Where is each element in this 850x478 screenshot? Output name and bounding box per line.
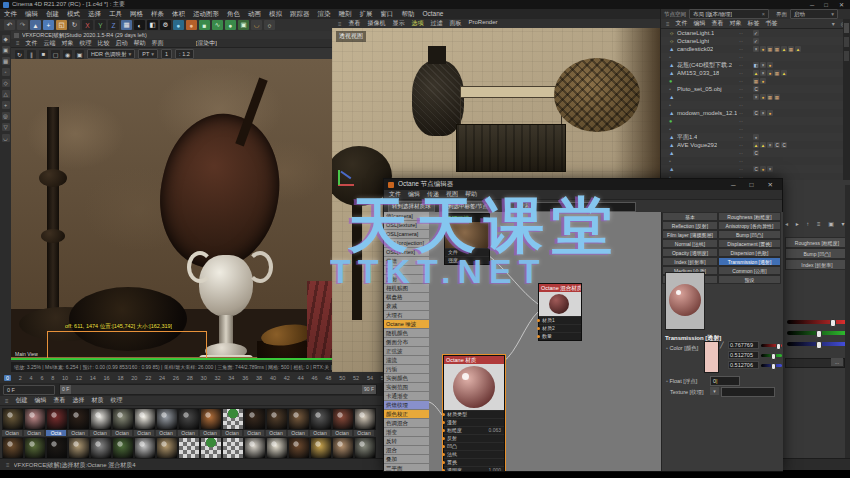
palette-node-item[interactable]: 反转 bbox=[384, 437, 429, 446]
material-thumbnail[interactable] bbox=[332, 408, 354, 430]
slider-handle[interactable] bbox=[816, 341, 822, 349]
input-socket[interactable] bbox=[537, 319, 540, 322]
material-thumbnail[interactable] bbox=[156, 408, 178, 430]
check-tag-icon[interactable]: ✓ bbox=[753, 30, 759, 36]
visibility-d dots[interactable]: ·· bbox=[739, 78, 743, 84]
stop-icon[interactable]: ■ bbox=[39, 50, 48, 59]
timeline-tick[interactable]: 54 bbox=[367, 375, 373, 381]
material-manager-menu-item[interactable]: 材质 bbox=[92, 396, 104, 405]
rgb-slider-long[interactable] bbox=[787, 320, 847, 324]
object-name[interactable]: OctaneLight bbox=[677, 38, 709, 44]
object-name[interactable]: candlestick02 bbox=[677, 46, 713, 52]
main-menu-item[interactable]: 体积 bbox=[168, 10, 189, 19]
timeline-tick[interactable]: 52 bbox=[353, 375, 359, 381]
sphere-icon[interactable]: ● bbox=[225, 20, 236, 30]
main-menu-item[interactable]: 创建 bbox=[42, 10, 63, 19]
visibility-d dots[interactable]: ·· bbox=[739, 142, 743, 148]
c-tag-icon[interactable]: C bbox=[774, 142, 780, 148]
material-label[interactable]: Octan bbox=[310, 430, 330, 436]
rgb-slider[interactable] bbox=[761, 364, 782, 367]
material-thumbnail[interactable] bbox=[90, 408, 112, 430]
material-thumbnail[interactable] bbox=[90, 437, 112, 459]
timeline-tick[interactable]: 38 bbox=[256, 375, 262, 381]
visibility-d dots[interactable]: ·· bbox=[739, 150, 743, 156]
material-item[interactable]: Octan bbox=[222, 408, 242, 436]
material-item[interactable]: Octan bbox=[24, 408, 44, 436]
x-tag-icon[interactable]: × bbox=[753, 46, 759, 52]
property-tab[interactable]: Anisotropy [各向异性] bbox=[718, 221, 781, 230]
hamburger-icon[interactable]: ≡ bbox=[666, 21, 670, 27]
close-button[interactable]: ✕ bbox=[763, 181, 778, 189]
property-tab[interactable]: Reflection [反射] bbox=[662, 221, 718, 230]
ratio-field[interactable]: : 1.2 bbox=[175, 49, 194, 59]
tex-tag-icon[interactable]: ▦ bbox=[774, 70, 780, 76]
c-tag-icon[interactable]: C bbox=[753, 166, 759, 172]
octane-material-node[interactable]: Octane 材质 材质类型漫射粗糙度0.063反射凹凸法线置换透明度1.000… bbox=[443, 355, 505, 471]
timeline-tick[interactable]: 46 bbox=[311, 375, 317, 381]
material-label[interactable]: Octan bbox=[244, 430, 264, 436]
main-menu-item[interactable]: 文件 bbox=[0, 10, 21, 19]
timeline-tick[interactable]: 42 bbox=[284, 375, 290, 381]
material-thumbnail[interactable] bbox=[354, 437, 376, 459]
node-param-row[interactable]: 材质2 bbox=[539, 324, 581, 332]
palette-node-item[interactable]: 色调混合 bbox=[384, 419, 429, 428]
main-menu-item[interactable]: 编辑 bbox=[21, 10, 42, 19]
hamburger-icon[interactable]: ≡ bbox=[338, 21, 342, 27]
coords-icon[interactable]: ▦ bbox=[121, 20, 132, 30]
x-tag-icon[interactable]: × bbox=[760, 70, 766, 76]
redo-icon[interactable]: ↷ bbox=[17, 20, 28, 30]
main-menu-item[interactable]: 帮助 bbox=[398, 10, 419, 19]
timeline-tick[interactable]: 16 bbox=[104, 375, 110, 381]
object-row[interactable]: ▲candlestick02··×●▦▦▲▦▲ bbox=[661, 45, 850, 53]
material-manager-menu-item[interactable]: 创建 bbox=[16, 396, 28, 405]
object-row[interactable]: ▲花瓶(C4D模型下载.2··◧×● bbox=[661, 61, 850, 69]
main-menu-item[interactable]: 工具 bbox=[105, 10, 126, 19]
object-row[interactable]: ●·· bbox=[661, 117, 850, 125]
material-manager-menu-item[interactable]: 选择 bbox=[73, 396, 85, 405]
material-thumbnail[interactable] bbox=[244, 437, 266, 459]
object-manager-menu-item[interactable]: 查看 bbox=[712, 19, 724, 28]
region-selection-rect[interactable] bbox=[47, 331, 207, 360]
palette-node-item[interactable]: 颜色校正 bbox=[384, 410, 429, 419]
palette-node-item[interactable]: 大理石 bbox=[384, 311, 429, 320]
color-swatch[interactable] bbox=[704, 341, 719, 373]
material-label[interactable]: Octan bbox=[2, 430, 22, 436]
material-item[interactable]: Octan bbox=[178, 408, 198, 436]
dock-tab-icon[interactable] bbox=[844, 23, 849, 33]
property-tab[interactable]: Film layer [薄膜图层] bbox=[662, 230, 718, 239]
render-settings-icon[interactable]: ⚙ bbox=[160, 20, 171, 30]
minimize-button[interactable]: ─ bbox=[726, 181, 741, 188]
texture-mode-icon[interactable]: ▣ bbox=[2, 46, 10, 54]
object-row[interactable]: ▲平面1.4··● bbox=[661, 133, 850, 141]
input-socket[interactable] bbox=[537, 327, 540, 330]
input-socket[interactable] bbox=[442, 453, 445, 456]
attr-browse-button[interactable]: ... bbox=[831, 358, 843, 366]
axis-z-icon[interactable]: Z bbox=[108, 20, 119, 30]
rgb-value[interactable]: 0.512705 bbox=[728, 351, 759, 359]
material-thumbnail[interactable] bbox=[288, 408, 310, 430]
x-tag-icon[interactable]: × bbox=[753, 94, 759, 100]
object-name[interactable]: AM153_033_18 bbox=[677, 70, 719, 76]
node-param-row[interactable]: 粗糙度0.063 bbox=[444, 426, 504, 434]
material-thumbnail[interactable] bbox=[68, 437, 90, 459]
rgb-slider[interactable] bbox=[761, 354, 782, 357]
slider-handle[interactable] bbox=[776, 343, 781, 350]
material-thumbnail[interactable] bbox=[222, 437, 244, 459]
material-thumbnail[interactable] bbox=[354, 408, 376, 430]
visibility-d dots[interactable]: ·· bbox=[739, 102, 743, 108]
phong-tag-icon[interactable]: ● bbox=[760, 166, 766, 172]
pause-icon[interactable]: ∥ bbox=[27, 50, 36, 59]
material-label[interactable]: Octan bbox=[90, 430, 110, 436]
material-item[interactable]: Octan bbox=[354, 408, 374, 436]
timeline-tick[interactable]: 14 bbox=[90, 375, 96, 381]
warn-tag-icon[interactable]: ▲ bbox=[760, 142, 766, 148]
palette-node-item[interactable]: 正弦波 bbox=[384, 347, 429, 356]
object-row[interactable]: ▲modown_models_12.1··C×● bbox=[661, 109, 850, 117]
channel-button[interactable]: Bump [凹凸] bbox=[785, 248, 849, 259]
camera-icon[interactable]: ▣ bbox=[238, 20, 249, 30]
property-tab[interactable]: Bump [凹凸] bbox=[718, 230, 781, 239]
warn-tag-icon[interactable]: ▲ bbox=[753, 70, 759, 76]
timeline-tick[interactable]: 28 bbox=[187, 375, 193, 381]
range-start-handle[interactable]: 0 F bbox=[60, 385, 71, 394]
material-label[interactable]: Octan bbox=[222, 430, 242, 436]
